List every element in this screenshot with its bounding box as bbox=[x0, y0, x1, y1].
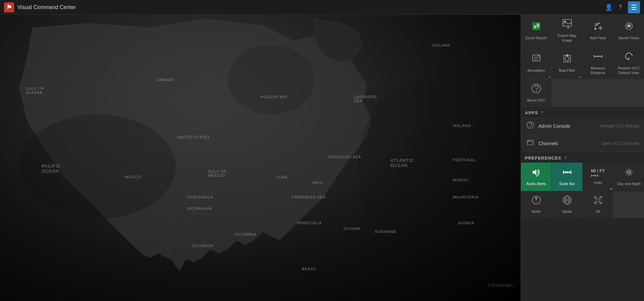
map-background: Gulf ofAlaska CANADA Hudson Bay Labrador… bbox=[0, 15, 521, 301]
app-admin-console[interactable]: Admin Console Manage VCC Settings bbox=[521, 117, 644, 135]
map-area[interactable]: Gulf ofAlaska CANADA Hudson Bay Labrador… bbox=[0, 15, 521, 301]
logo-icon: ⚑ bbox=[4, 2, 14, 12]
bottom-tool-fit[interactable]: Fit bbox=[583, 191, 613, 218]
map-filter-label: Map Filter bbox=[559, 68, 575, 73]
main-layout: Gulf ofAlaska CANADA Hudson Bay Labrador… bbox=[0, 15, 644, 301]
app-channels-left: Channels bbox=[526, 139, 558, 148]
tool-export-map[interactable]: Export Map Image bbox=[552, 15, 582, 47]
tool-add-feed[interactable]: Add Feed bbox=[583, 15, 613, 47]
add-feed-label: Add Feed bbox=[590, 36, 606, 40]
svg-rect-6 bbox=[537, 25, 539, 26]
right-panel: X Excel Report Export Map Image Add Feed bbox=[521, 15, 644, 301]
admin-console-icon bbox=[526, 121, 535, 130]
svg-point-19 bbox=[565, 57, 569, 61]
svg-point-33 bbox=[528, 140, 529, 141]
export-map-label: Export Map Image bbox=[554, 33, 580, 43]
day-night-icon bbox=[624, 168, 634, 179]
excel-report-label: Excel Report bbox=[526, 36, 547, 40]
annotation-arrow bbox=[548, 76, 550, 78]
export-map-icon bbox=[562, 19, 572, 31]
preferences-grid: Audio Alerts Scale Bar MI / FT Units bbox=[521, 163, 644, 191]
channels-icon bbox=[526, 139, 535, 148]
pref-units[interactable]: MI / FT Units bbox=[583, 163, 613, 191]
channels-name: Channels bbox=[538, 141, 558, 146]
menu-button[interactable]: ☰ bbox=[628, 1, 640, 13]
map-svg bbox=[0, 15, 521, 301]
map-watermark: © Everbridge | bbox=[488, 283, 514, 288]
restore-vcc-label: Restore VCC Default View bbox=[615, 66, 642, 75]
apps-help-icon[interactable]: ? bbox=[541, 110, 544, 115]
svg-line-55 bbox=[626, 170, 627, 171]
svg-point-10 bbox=[594, 28, 596, 30]
add-feed-icon bbox=[593, 21, 603, 34]
bottom-tool-north[interactable]: N North bbox=[521, 191, 551, 218]
annotation-label: Annotation bbox=[527, 68, 545, 73]
audio-alerts-label: Audio Alerts bbox=[526, 181, 546, 186]
pref-day-night[interactable]: Day and Night bbox=[613, 163, 644, 191]
tools-grid-top: X Excel Report Export Map Image Add Feed bbox=[521, 15, 644, 47]
north-icon: N bbox=[532, 195, 541, 207]
about-vcc-label: About VCC bbox=[527, 98, 545, 103]
tool-excel-report[interactable]: X Excel Report bbox=[521, 15, 551, 47]
apps-header-text: APPS bbox=[525, 110, 538, 115]
admin-console-action: Manage VCC Settings bbox=[599, 124, 639, 128]
svg-point-2 bbox=[228, 45, 315, 115]
saved-views-icon bbox=[624, 21, 634, 34]
user-icon[interactable]: 👤 bbox=[605, 4, 612, 11]
measure-distance-label: Measure Distance bbox=[585, 66, 611, 75]
tools-grid-about: About VCC bbox=[521, 79, 644, 107]
audio-alerts-icon bbox=[532, 168, 541, 179]
excel-icon: X bbox=[531, 21, 541, 34]
tool-measure-distance[interactable]: Measure Distance bbox=[583, 47, 613, 79]
units-arrow bbox=[610, 188, 612, 190]
svg-rect-5 bbox=[537, 24, 539, 24]
svg-point-0 bbox=[19, 115, 176, 219]
fit-label: Fit bbox=[596, 209, 600, 214]
units-icon: MI / FT bbox=[591, 169, 605, 178]
svg-rect-37 bbox=[536, 176, 538, 176]
topbar: ⚑ Visual Command Center 👤 ? ☰ bbox=[0, 0, 644, 15]
help-icon[interactable]: ? bbox=[619, 4, 622, 11]
preferences-header-text: PREFERENCES bbox=[525, 156, 561, 161]
topbar-right: 👤 ? ☰ bbox=[605, 1, 640, 13]
channels-action: Open VCC Channels bbox=[602, 141, 639, 146]
north-label: North bbox=[532, 209, 541, 214]
tools-grid-mid: Annotation Map Filter Measure Distance bbox=[521, 47, 644, 80]
scale-bar-icon bbox=[562, 168, 572, 179]
pref-scale-bar[interactable]: Scale Bar bbox=[552, 163, 582, 191]
map-filter-arrow bbox=[579, 76, 581, 78]
about-vcc-icon bbox=[531, 83, 541, 96]
globe-label: Globe bbox=[562, 209, 572, 214]
svg-marker-61 bbox=[535, 200, 537, 203]
pref-audio-alerts[interactable]: Audio Alerts bbox=[521, 163, 551, 191]
tool-restore-vcc[interactable]: Restore VCC Default View bbox=[613, 47, 644, 79]
tool-saved-views[interactable]: Saved Views bbox=[613, 15, 644, 47]
day-night-label: Day and Night bbox=[617, 181, 641, 186]
svg-rect-7 bbox=[537, 26, 539, 27]
app-admin-left: Admin Console bbox=[526, 121, 570, 130]
tool-about-vcc[interactable]: About VCC bbox=[521, 79, 551, 107]
svg-point-1 bbox=[358, 80, 488, 253]
svg-rect-66 bbox=[596, 198, 600, 202]
bottom-tool-globe[interactable]: Globe bbox=[552, 191, 582, 218]
bottom-tools-grid: N North Globe Fit bbox=[521, 191, 644, 218]
svg-rect-20 bbox=[566, 54, 568, 56]
svg-point-30 bbox=[530, 127, 531, 127]
topbar-left: ⚑ Visual Command Center bbox=[4, 2, 76, 12]
svg-rect-35 bbox=[533, 171, 534, 174]
svg-line-58 bbox=[626, 174, 627, 175]
units-label: Units bbox=[594, 180, 602, 185]
fit-icon bbox=[593, 195, 603, 207]
preferences-header: PREFERENCES ? bbox=[521, 152, 644, 163]
preferences-help-icon[interactable]: ? bbox=[564, 156, 567, 161]
restore-vcc-icon bbox=[624, 51, 634, 64]
tool-annotation[interactable]: Annotation bbox=[521, 47, 551, 79]
tool-map-filter[interactable]: Map Filter bbox=[552, 47, 582, 79]
svg-point-34 bbox=[530, 140, 530, 141]
apps-header: APPS ? bbox=[521, 107, 644, 117]
annotation-icon bbox=[531, 54, 541, 66]
svg-rect-31 bbox=[527, 140, 533, 145]
app-channels[interactable]: Channels Open VCC Channels bbox=[521, 135, 644, 152]
svg-text:X: X bbox=[533, 24, 537, 29]
svg-point-28 bbox=[536, 90, 537, 91]
